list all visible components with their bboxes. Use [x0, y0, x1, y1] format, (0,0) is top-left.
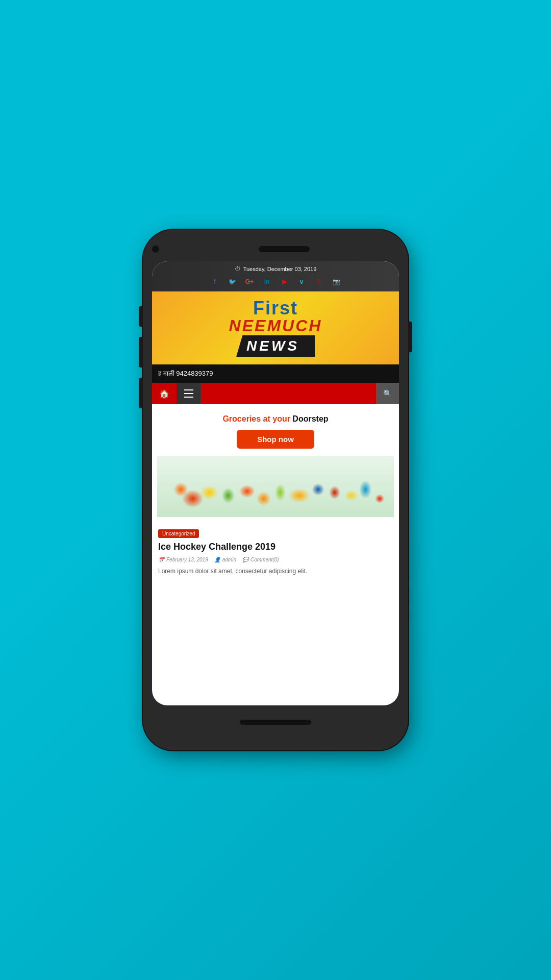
ticker-bar: ह माली 9424839379	[152, 364, 399, 383]
grocery-image-inner	[157, 456, 394, 517]
volume-up-button	[139, 337, 143, 368]
article-section: Uncategorized Ice Hockey Challenge 2019 …	[152, 522, 399, 580]
article-title[interactable]: Ice Hockey Challenge 2019	[158, 541, 393, 553]
home-icon: 🏠	[159, 389, 169, 399]
googleplus-icon[interactable]: G+	[244, 276, 255, 287]
home-nav-button[interactable]: 🏠	[152, 383, 177, 404]
screen-content: ⏱ Tuesday, December 03, 2019 f 🐦 G+ in ▶…	[152, 261, 399, 705]
ad-title: Groceries at your Doorstep	[157, 414, 394, 424]
twitter-icon[interactable]: 🐦	[227, 276, 238, 287]
menu-nav-button[interactable]	[177, 383, 201, 404]
ad-banner: Groceries at your Doorstep Shop now	[152, 404, 399, 522]
earpiece-speaker	[259, 246, 310, 252]
youtube-icon[interactable]: ▶	[279, 276, 290, 287]
date-text: Tuesday, December 03, 2019	[243, 266, 317, 272]
vimeo-icon[interactable]: v	[296, 276, 307, 287]
top-bar: ⏱ Tuesday, December 03, 2019 f 🐦 G+ in ▶…	[152, 261, 399, 291]
pinterest-icon[interactable]: P	[313, 276, 324, 287]
article-author: admin	[222, 557, 236, 562]
power-button	[408, 322, 412, 352]
comment-icon: 💬	[242, 557, 248, 562]
menu-line-3	[184, 397, 193, 398]
meta-author: 👤 admin	[214, 557, 236, 562]
volume-down-button	[139, 378, 143, 408]
phone-screen: ⏱ Tuesday, December 03, 2019 f 🐦 G+ in ▶…	[152, 261, 399, 705]
shop-now-button[interactable]: Shop now	[237, 430, 314, 449]
calendar-icon: 📅	[158, 557, 164, 562]
clock-icon: ⏱	[235, 265, 241, 273]
search-nav-button[interactable]: 🔍	[376, 383, 399, 404]
phone-body: ⏱ Tuesday, December 03, 2019 f 🐦 G+ in ▶…	[143, 230, 408, 750]
nav-bar: 🏠 🔍	[152, 383, 399, 404]
linkedin-icon[interactable]: in	[261, 276, 272, 287]
search-icon: 🔍	[383, 389, 392, 398]
meta-date: 📅 February 13, 2019	[158, 557, 208, 562]
menu-line-2	[184, 393, 193, 394]
article-date: February 13, 2019	[166, 557, 208, 562]
author-icon: 👤	[214, 557, 220, 562]
article-meta: 📅 February 13, 2019 👤 admin 💬 Comment(0)	[158, 557, 393, 562]
meta-comments: 💬 Comment(0)	[242, 557, 279, 562]
social-icons-row: f 🐦 G+ in ▶ v P 📷	[157, 276, 394, 287]
phone-top-area	[152, 239, 399, 259]
menu-line-1	[184, 389, 193, 390]
ticker-text: ह माली 9424839379	[158, 370, 213, 377]
logo-news-wrapper: NEWS	[236, 335, 315, 357]
logo-news: NEWS	[246, 338, 299, 354]
ad-title-red: Groceries at your	[222, 414, 290, 423]
facebook-icon[interactable]: f	[209, 276, 220, 287]
silent-button	[139, 306, 143, 327]
phone-device: ⏱ Tuesday, December 03, 2019 f 🐦 G+ in ▶…	[143, 230, 408, 750]
home-indicator-bar[interactable]	[240, 720, 311, 725]
ad-title-black: Doorstep	[292, 414, 328, 423]
article-comments: Comment(0)	[251, 557, 279, 562]
front-camera	[152, 246, 159, 253]
category-badge[interactable]: Uncategorized	[158, 529, 199, 538]
instagram-icon[interactable]: 📷	[331, 276, 342, 287]
logo-neemuch: NEEMUCH	[157, 317, 394, 334]
logo-banner: First NEEMUCH NEWS	[152, 291, 399, 364]
grocery-image	[157, 456, 394, 517]
phone-bottom-area	[152, 709, 399, 735]
article-excerpt: Lorem ipsum dolor sit amet, consectetur …	[158, 567, 393, 576]
date-row: ⏱ Tuesday, December 03, 2019	[157, 265, 394, 273]
logo-first: First	[157, 299, 394, 317]
